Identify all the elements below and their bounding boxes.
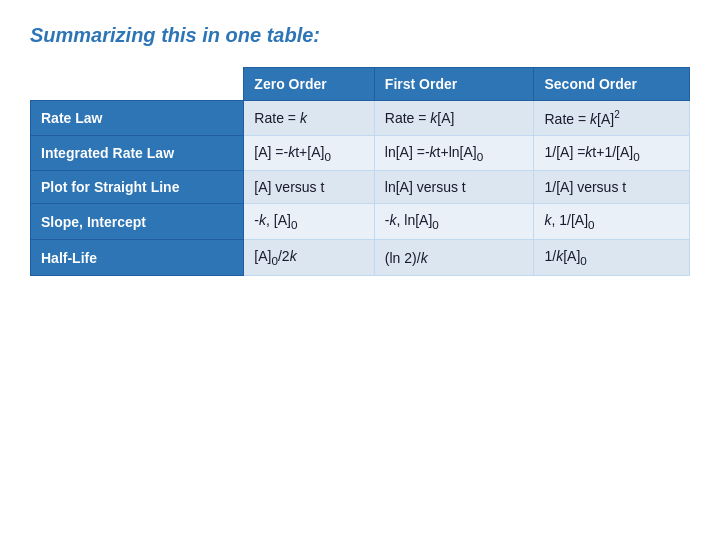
table-row: Integrated Rate Law [A] =-kt+[A]0 ln[A] … [31,135,690,171]
row-label-plot: Plot for Straight Line [31,171,244,204]
table-row: Slope, Intercept -k, [A]0 -k, ln[A]0 k, … [31,204,690,240]
page-title: Summarizing this in one table: [30,24,690,47]
summary-table: Zero Order First Order Second Order Rate… [30,67,690,276]
integrated-first: ln[A] =-kt+ln[A]0 [374,135,534,171]
plot-second: 1/[A] versus t [534,171,690,204]
plot-zero: [A] versus t [244,171,374,204]
halflife-second: 1/k[A]0 [534,240,690,276]
row-label-integrated: Integrated Rate Law [31,135,244,171]
integrated-second: 1/[A] =kt+1/[A]0 [534,135,690,171]
table-row: Plot for Straight Line [A] versus t ln[A… [31,171,690,204]
rate-law-second: Rate = k[A]2 [534,101,690,136]
integrated-zero: [A] =-kt+[A]0 [244,135,374,171]
rate-law-first: Rate = k[A] [374,101,534,136]
col-header-zero: Zero Order [244,68,374,101]
row-label-slope: Slope, Intercept [31,204,244,240]
col-header-first: First Order [374,68,534,101]
table-row: Rate Law Rate = k Rate = k[A] Rate = k[A… [31,101,690,136]
plot-first: ln[A] versus t [374,171,534,204]
row-label-rate-law: Rate Law [31,101,244,136]
table-row: Half-Life [A]0/2k (ln 2)/k 1/k[A]0 [31,240,690,276]
row-label-halflife: Half-Life [31,240,244,276]
halflife-zero: [A]0/2k [244,240,374,276]
slope-first: -k, ln[A]0 [374,204,534,240]
slope-zero: -k, [A]0 [244,204,374,240]
rate-law-zero: Rate = k [244,101,374,136]
slope-second: k, 1/[A]0 [534,204,690,240]
halflife-first: (ln 2)/k [374,240,534,276]
col-header-empty [31,68,244,101]
col-header-second: Second Order [534,68,690,101]
